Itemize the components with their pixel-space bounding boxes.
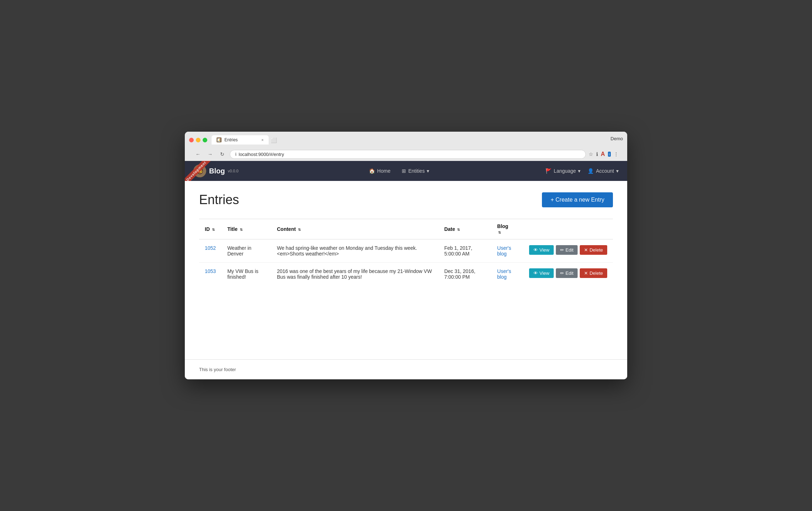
col-header-date[interactable]: Date ⇅ — [438, 219, 491, 239]
view-eye-icon: 👁 — [533, 247, 538, 253]
cell-id-1053: 1053 — [199, 263, 222, 286]
table-head: ID ⇅ Title ⇅ Content ⇅ Date — [199, 219, 613, 239]
reload-button[interactable]: ↻ — [218, 150, 227, 159]
nav-account-link[interactable]: 👤 Account ▾ — [588, 167, 619, 175]
entry-id-link-1053[interactable]: 1053 — [205, 268, 216, 274]
entry-id-link-1052[interactable]: 1052 — [205, 245, 216, 251]
table-row: 1053 My VW Bus is finished! 2016 was one… — [199, 263, 613, 286]
col-content-label: Content — [277, 226, 296, 232]
browser-chrome: 📝 Entries × ⬜ Demo ← → ↻ ℹ localhost:900… — [185, 132, 627, 161]
toolbar-actions: ☆ ℹ A i ⋮ — [589, 151, 619, 157]
nav-brand-version: v0.0.0 — [228, 169, 238, 173]
account-user-icon: 👤 — [588, 168, 594, 174]
col-header-blog[interactable]: Blog ⇅ — [492, 219, 523, 239]
col-content-sort-icon: ⇅ — [298, 228, 301, 232]
nav-brand[interactable]: 🧔 Blog v0.0.0 — [193, 165, 238, 177]
cell-content-1052: We had spring-like weather on Monday and… — [271, 239, 438, 263]
col-title-label: Title — [227, 226, 238, 232]
edit-label: Edit — [565, 247, 573, 253]
extension-icon[interactable]: i — [608, 152, 611, 157]
view-eye-icon-2: 👁 — [533, 270, 538, 276]
browser-window: 📝 Entries × ⬜ Demo ← → ↻ ℹ localhost:900… — [185, 132, 627, 379]
col-header-actions — [523, 219, 613, 239]
info-icon[interactable]: ℹ — [596, 151, 598, 157]
cell-content-1053: 2016 was one of the best years of my lif… — [271, 263, 438, 286]
view-label: View — [539, 247, 549, 253]
col-header-content[interactable]: Content ⇅ — [271, 219, 438, 239]
address-lock-icon: ℹ — [235, 152, 237, 157]
page-body: Entries + Create a new Entry ID ⇅ Title … — [185, 181, 627, 359]
close-traffic-light[interactable] — [189, 138, 194, 142]
view-button-1053[interactable]: 👁 View — [529, 268, 554, 278]
nav-home-link[interactable]: 🏠 Home — [369, 167, 390, 175]
col-id-label: ID — [205, 226, 210, 232]
cell-date-1053: Dec 31, 2016, 7:00:00 PM — [438, 263, 491, 286]
back-button[interactable]: ← — [193, 150, 203, 159]
tab-label: Entries — [224, 137, 238, 142]
nav-language-link[interactable]: 🚩 Language ▾ — [545, 167, 580, 175]
nav-brand-avatar: 🧔 — [193, 165, 206, 177]
minimize-traffic-light[interactable] — [196, 138, 201, 142]
cell-actions-1053: 👁 View ✏ Edit ✕ Delete — [523, 263, 613, 286]
edit-pencil-icon-2: ✏ — [560, 270, 564, 276]
page-footer: This is your footer — [185, 359, 627, 379]
browser-toolbar: ← → ↻ ℹ localhost:9000/#/entry ☆ ℹ A i ⋮ — [189, 147, 623, 161]
browser-titlebar: 📝 Entries × ⬜ Demo — [189, 135, 623, 145]
blog-link-1053[interactable]: User's blog — [497, 268, 511, 280]
delete-label-2: Delete — [589, 270, 603, 276]
edit-button-1052[interactable]: ✏ Edit — [556, 245, 578, 255]
language-chevron-icon: ▾ — [578, 168, 580, 174]
nav-entities-link[interactable]: ⊞ Entities ▾ — [402, 167, 429, 175]
delete-x-icon: ✕ — [584, 247, 588, 253]
cell-id-1052: 1052 — [199, 239, 222, 263]
col-date-sort-icon: ⇅ — [457, 228, 460, 232]
table-body: 1052 Weather in Denver We had spring-lik… — [199, 239, 613, 286]
nav-language-label: Language — [554, 168, 576, 174]
action-buttons-1052: 👁 View ✏ Edit ✕ Delete — [529, 245, 607, 255]
nav-brand-label: Blog — [209, 167, 225, 175]
edit-pencil-icon: ✏ — [560, 247, 564, 253]
address-bar[interactable]: ℹ localhost:9000/#/entry — [230, 150, 586, 159]
col-id-sort-icon: ⇅ — [212, 228, 215, 232]
app-content: Development 🧔 Blog v0.0.0 🏠 Home ⊞ Entit… — [185, 161, 627, 379]
address-text: localhost:9000/#/entry — [239, 152, 284, 157]
col-blog-sort-icon: ⇅ — [498, 231, 501, 234]
tab-close-button[interactable]: × — [262, 138, 264, 142]
blog-link-1052[interactable]: User's blog — [497, 245, 511, 257]
menu-icon[interactable]: ⋮ — [614, 151, 619, 157]
cell-title-1052: Weather in Denver — [222, 239, 271, 263]
col-header-title[interactable]: Title ⇅ — [222, 219, 271, 239]
col-date-label: Date — [444, 226, 455, 232]
delete-label: Delete — [589, 247, 603, 253]
table-header-row: ID ⇅ Title ⇅ Content ⇅ Date — [199, 219, 613, 239]
col-blog-label: Blog — [497, 223, 508, 229]
entities-icon: ⊞ — [402, 168, 406, 174]
footer-text: This is your footer — [199, 367, 236, 372]
account-chevron-icon: ▾ — [616, 168, 619, 174]
bookmark-icon[interactable]: ☆ — [589, 151, 593, 157]
create-entry-button[interactable]: + Create a new Entry — [542, 192, 613, 207]
table-row: 1052 Weather in Denver We had spring-lik… — [199, 239, 613, 263]
cell-date-1052: Feb 1, 2017, 5:00:00 AM — [438, 239, 491, 263]
view-button-1052[interactable]: 👁 View — [529, 245, 554, 255]
edit-button-1053[interactable]: ✏ Edit — [556, 268, 578, 278]
entries-table: ID ⇅ Title ⇅ Content ⇅ Date — [199, 219, 613, 285]
cell-blog-1053: User's blog — [492, 263, 523, 286]
maximize-traffic-light[interactable] — [203, 138, 207, 142]
active-tab[interactable]: 📝 Entries × — [212, 135, 269, 145]
forward-button[interactable]: → — [205, 150, 215, 159]
entities-chevron-icon: ▾ — [427, 168, 429, 174]
cell-title-1053: My VW Bus is finished! — [222, 263, 271, 286]
tab-favicon: 📝 — [217, 137, 222, 142]
reading-mode-icon[interactable]: A — [601, 151, 605, 157]
delete-button-1053[interactable]: ✕ Delete — [580, 268, 607, 278]
nav-entities-label: Entities — [408, 168, 425, 174]
cell-blog-1052: User's blog — [492, 239, 523, 263]
delete-x-icon-2: ✕ — [584, 270, 588, 276]
col-header-id[interactable]: ID ⇅ — [199, 219, 222, 239]
new-tab-button[interactable]: ⬜ — [269, 136, 279, 145]
tab-bar: 📝 Entries × ⬜ — [212, 135, 610, 145]
view-label-2: View — [539, 270, 549, 276]
delete-button-1052[interactable]: ✕ Delete — [580, 245, 607, 255]
demo-label: Demo — [610, 136, 623, 144]
